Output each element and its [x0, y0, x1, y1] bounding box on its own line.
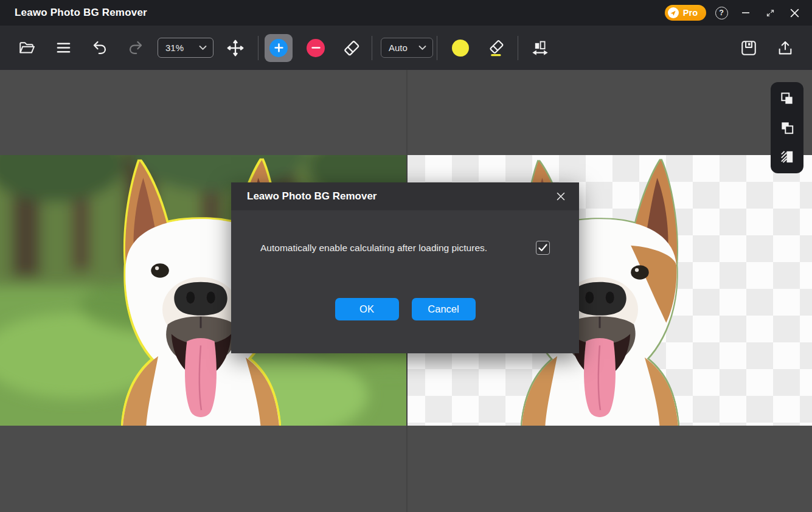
close-icon — [789, 8, 800, 18]
undo-button[interactable] — [86, 35, 113, 61]
titlebar: Leawo Photo BG Remover Pro ? — [0, 0, 812, 26]
chevron-down-icon — [199, 45, 207, 50]
zoom-level-value: 31% — [165, 43, 184, 53]
dialog-close-button[interactable] — [552, 188, 569, 205]
copy-front-icon — [779, 91, 795, 106]
settings-dialog: Leawo Photo BG Remover Automatically ena… — [231, 182, 579, 353]
undo-icon — [92, 40, 108, 56]
dialog-titlebar: Leawo Photo BG Remover — [231, 182, 579, 210]
app-window: Leawo Photo BG Remover Pro ? — [0, 0, 812, 512]
eraser-icon — [342, 39, 361, 57]
editor-canvas: Leawo Photo BG Remover Automatically ena… — [0, 70, 812, 512]
zoom-level-select[interactable]: 31% — [158, 38, 213, 58]
pro-badge[interactable]: Pro — [665, 5, 706, 21]
show-original-button[interactable] — [778, 89, 796, 108]
app-title: Leawo Photo BG Remover — [15, 7, 147, 19]
brush-color-dot-icon — [452, 40, 469, 57]
dialog-option-row: Automatically enable calculating after l… — [260, 241, 550, 255]
dialog-buttons: OK Cancel — [231, 298, 579, 320]
ok-button[interactable]: OK — [335, 298, 399, 320]
toolbar: 31% Auto — [0, 26, 812, 70]
remove-selection-icon — [307, 39, 325, 57]
cancel-button[interactable]: Cancel — [412, 298, 476, 320]
save-icon — [740, 40, 757, 57]
compare-width-icon — [532, 40, 549, 57]
add-selection-button[interactable] — [265, 34, 293, 62]
save-button[interactable] — [735, 35, 762, 61]
menu-icon — [55, 40, 72, 56]
maximize-button[interactable] — [761, 4, 779, 22]
pro-label: Pro — [683, 8, 698, 18]
detect-mode-value: Auto — [389, 43, 408, 53]
brush-color-button[interactable] — [447, 35, 474, 61]
selection-eraser-button[interactable] — [338, 35, 365, 61]
view-mode-panel — [771, 82, 803, 173]
toolbar-separator — [437, 36, 437, 60]
dialog-title: Leawo Photo BG Remover — [247, 190, 377, 202]
dialog-checkbox[interactable] — [536, 241, 550, 255]
highlight-eraser-button[interactable] — [483, 35, 510, 61]
open-folder-icon — [18, 40, 35, 57]
export-button[interactable] — [772, 35, 799, 61]
toolbar-separator — [258, 36, 259, 60]
help-icon: ? — [715, 7, 728, 19]
chevron-down-icon — [418, 45, 426, 50]
show-result-button[interactable] — [778, 119, 796, 137]
redo-button[interactable] — [122, 35, 148, 61]
split-view-button[interactable] — [778, 148, 796, 166]
dialog-message: Automatically enable calculating after l… — [260, 243, 487, 254]
move-tool-button[interactable] — [222, 35, 249, 61]
minimize-button[interactable] — [737, 4, 755, 22]
dialog-close-icon — [556, 192, 566, 201]
redo-icon — [127, 40, 144, 56]
menu-button[interactable] — [50, 35, 77, 61]
open-file-button[interactable] — [13, 35, 40, 61]
split-view-icon — [779, 149, 795, 165]
minimize-icon — [741, 8, 751, 18]
copy-back-icon — [779, 120, 795, 136]
toolbar-separator — [372, 36, 372, 60]
move-icon — [227, 40, 244, 57]
detect-mode-select[interactable]: Auto — [381, 38, 433, 58]
help-button[interactable]: ? — [712, 4, 730, 22]
eraser-highlight-icon — [487, 39, 505, 57]
checkmark-icon — [538, 244, 547, 252]
rocket-icon — [668, 7, 679, 18]
export-icon — [777, 40, 794, 57]
add-selection-icon — [269, 39, 288, 57]
maximize-icon — [765, 8, 776, 18]
toolbar-separator — [518, 36, 518, 60]
compare-view-button[interactable] — [527, 35, 553, 61]
remove-selection-button[interactable] — [302, 35, 329, 61]
close-button[interactable] — [785, 4, 803, 22]
titlebar-controls: Pro ? — [665, 4, 803, 22]
